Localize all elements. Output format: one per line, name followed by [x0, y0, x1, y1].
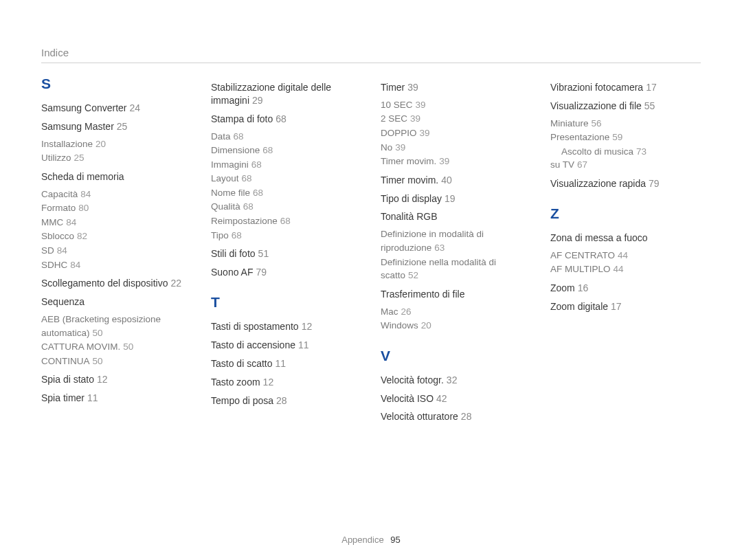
index-subentry[interactable]: MMC84: [41, 216, 192, 229]
index-entry[interactable]: Tasto di accensione11: [211, 339, 361, 352]
index-entry[interactable]: Stili di foto51: [211, 247, 361, 260]
index-subsubentry[interactable]: Ascolto di musica73: [550, 145, 701, 159]
entry-page: 28: [276, 395, 287, 406]
subentry-page: 56: [592, 118, 602, 128]
index-subentry[interactable]: Layout68: [211, 172, 361, 186]
index-subentry[interactable]: Immagini68: [211, 158, 361, 172]
subentry-label: CONTINUA: [41, 356, 90, 366]
subentry-label: Layout: [211, 173, 239, 183]
index-subentry[interactable]: Timer movim.39: [381, 155, 531, 168]
index-subentry[interactable]: 2 SEC39: [381, 112, 531, 126]
index-subentry[interactable]: 10 SEC39: [381, 98, 531, 112]
index-entry[interactable]: Tonalità RGB: [381, 210, 531, 223]
subentry-page: 67: [577, 159, 587, 170]
subentry-page: 68: [262, 145, 273, 155]
index-subentry[interactable]: Windows20: [381, 319, 531, 333]
index-entry[interactable]: Stabilizzazione digitale delle immagini2…: [211, 81, 361, 107]
index-entry[interactable]: Trasferimento di file: [381, 288, 531, 301]
index-subentry[interactable]: Definizione in modalità di riproduzione6…: [381, 227, 531, 254]
subentry-page: 68: [242, 173, 252, 183]
entry-page: 25: [117, 121, 128, 132]
subentry-label: Timer movim.: [381, 156, 436, 166]
index-entry[interactable]: Scollegamento del dispositivo22: [41, 277, 192, 290]
entry-label: Spia di stato: [41, 374, 94, 385]
index-entry[interactable]: Visualizzazione di file55: [550, 100, 701, 113]
index-entry[interactable]: Velocità ISO42: [381, 392, 531, 405]
section-letter: S: [41, 76, 192, 92]
index-entry[interactable]: Timer39: [381, 81, 531, 94]
index-entry[interactable]: Tempo di posa28: [211, 394, 361, 407]
subentry-page: 50: [93, 328, 103, 338]
index-entry[interactable]: Spia timer11: [41, 392, 192, 405]
index-subentry[interactable]: Definizione nella modalità di scatto52: [381, 256, 531, 282]
index-entry[interactable]: Tasto di scatto11: [211, 357, 361, 370]
entry-label: Velocità otturatore: [381, 411, 458, 422]
section-letter: V: [381, 348, 531, 364]
index-entry[interactable]: Timer movim.40: [381, 174, 531, 187]
index-subentry[interactable]: Mac26: [381, 305, 531, 319]
index-page: Indice SSamsung Converter24Samsung Maste…: [0, 0, 742, 427]
subentry-page: 84: [80, 189, 91, 199]
index-entry[interactable]: Zoom digitale17: [550, 300, 701, 313]
column-4: Vibrazioni fotocamera17Visualizzazione d…: [550, 76, 701, 427]
subentry-page: 50: [93, 356, 103, 366]
index-entry[interactable]: Visualizzazione rapida79: [550, 177, 701, 190]
index-subentry[interactable]: su TV67: [550, 158, 701, 172]
entry-label: Spia timer: [41, 392, 85, 403]
subsubentry-label: Ascolto di musica: [561, 146, 633, 157]
index-entry[interactable]: Stampa di foto68: [211, 113, 361, 126]
index-subentry[interactable]: Qualità68: [211, 200, 361, 214]
index-entry[interactable]: Zoom16: [550, 282, 701, 295]
index-subentry[interactable]: Presentazione59: [550, 131, 701, 144]
index-subentry[interactable]: Formato80: [41, 201, 192, 215]
index-subentry[interactable]: Nome file68: [211, 186, 361, 200]
entry-page: 12: [302, 321, 313, 332]
subentry-label: Reimpostazione: [211, 216, 278, 226]
index-subentry[interactable]: Installazione20: [41, 137, 192, 151]
index-subentry[interactable]: Capacità84: [41, 188, 192, 201]
index-entry[interactable]: Vibrazioni fotocamera17: [550, 81, 701, 94]
entry-page: 12: [97, 374, 108, 385]
entry-label: Suono AF: [211, 267, 254, 278]
entry-label: Tasto di accensione: [211, 339, 295, 350]
index-subentry[interactable]: DOPPIO39: [381, 126, 531, 140]
subentry-page: 63: [434, 243, 445, 253]
index-subentry[interactable]: AF CENTRATO44: [550, 249, 701, 262]
index-subentry[interactable]: Tipo68: [211, 229, 361, 243]
index-subentry[interactable]: AEB (Bracketing esposizione automatica)5…: [41, 313, 192, 339]
entry-page: 24: [130, 102, 141, 113]
index-subentry[interactable]: SDHC84: [41, 258, 192, 272]
index-subentry[interactable]: Utilizzo25: [41, 151, 192, 165]
index-entry[interactable]: Tasto zoom12: [211, 376, 361, 389]
index-subentry[interactable]: Sblocco82: [41, 229, 192, 243]
index-entry[interactable]: Sequenza: [41, 295, 192, 309]
index-subentry[interactable]: No39: [381, 141, 531, 155]
entry-page: 55: [644, 100, 655, 111]
index-entry[interactable]: Tasti di spostamento12: [211, 320, 361, 333]
subentry-page: 80: [78, 203, 89, 213]
subentry-page: 39: [395, 142, 405, 153]
index-entry[interactable]: Tipo di display19: [381, 192, 531, 205]
index-subentry[interactable]: CATTURA MOVIM.50: [41, 340, 192, 354]
index-entry[interactable]: Scheda di memoria: [41, 170, 192, 183]
index-entry[interactable]: Samsung Master25: [41, 120, 192, 133]
entry-label: Timer: [381, 82, 405, 93]
subentry-page: 68: [243, 201, 254, 212]
index-subentry[interactable]: Reimpostazione68: [211, 214, 361, 228]
index-entry[interactable]: Zona di messa a fuoco: [550, 232, 701, 245]
subentry-label: DOPPIO: [381, 128, 417, 138]
index-subentry[interactable]: Dimensione68: [211, 144, 361, 157]
index-entry[interactable]: Suono AF79: [211, 266, 361, 279]
index-entry[interactable]: Samsung Converter24: [41, 102, 192, 115]
index-entry[interactable]: Spia di stato12: [41, 373, 192, 386]
index-entry[interactable]: Velocità otturatore28: [381, 410, 531, 423]
index-subentry[interactable]: AF MULTIPLO44: [550, 262, 701, 276]
column-1: SSamsung Converter24Samsung Master25Inst…: [41, 76, 192, 427]
index-subentry[interactable]: Data68: [211, 130, 361, 144]
index-subentry[interactable]: SD84: [41, 244, 192, 258]
entry-label: Trasferimento di file: [381, 289, 464, 300]
subentry-label: Utilizzo: [41, 153, 71, 163]
index-subentry[interactable]: Miniature56: [550, 117, 701, 131]
index-entry[interactable]: Velocità fotogr.32: [381, 374, 531, 387]
index-subentry[interactable]: CONTINUA50: [41, 355, 192, 368]
